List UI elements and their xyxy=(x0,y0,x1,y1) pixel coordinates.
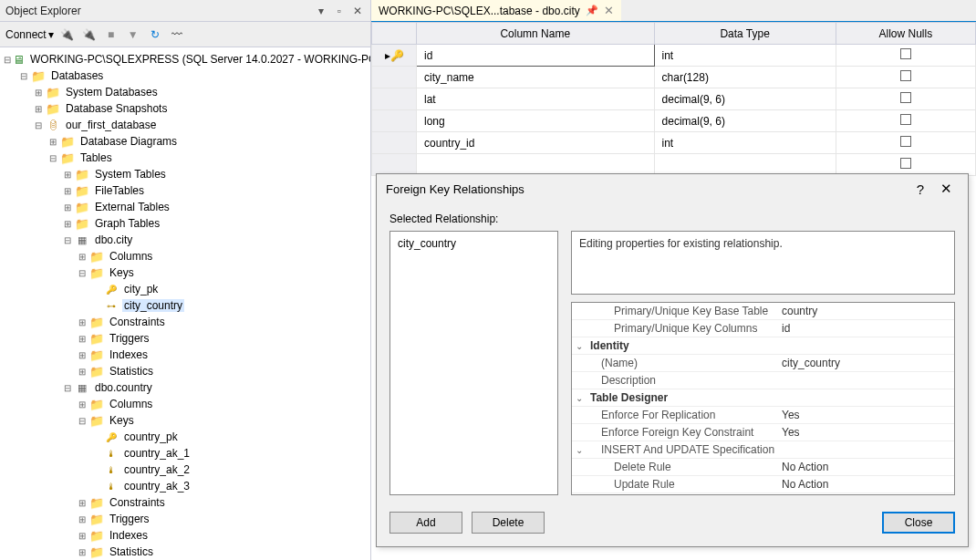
tree-diagrams[interactable]: ⊞📁Database Diagrams xyxy=(0,133,370,150)
filter2-icon[interactable]: 🔌 xyxy=(81,26,98,43)
tree-databases[interactable]: ⊟📁Databases xyxy=(0,67,370,84)
tree-city-columns[interactable]: ⊞📁Columns xyxy=(0,248,370,264)
add-button[interactable]: Add xyxy=(389,512,462,534)
checkbox[interactable] xyxy=(900,158,911,169)
prop-value[interactable]: city_country xyxy=(778,357,954,369)
tree-country-indexes[interactable]: ⊞📁Indexes xyxy=(0,527,370,544)
tree-label[interactable]: Constraints xyxy=(108,316,167,328)
tree-label[interactable]: country_pk xyxy=(122,430,180,443)
expander-icon[interactable]: ⊞ xyxy=(77,316,88,327)
prop-label[interactable]: INSERT And UPDATE Specification xyxy=(587,443,778,456)
stop-icon[interactable]: ■ xyxy=(103,26,119,43)
row-indicator[interactable] xyxy=(372,88,417,110)
tree-label[interactable]: Columns xyxy=(108,398,154,410)
expander-icon[interactable]: ⊞ xyxy=(33,103,44,114)
expander-icon[interactable]: ⊞ xyxy=(62,218,73,229)
prop-category[interactable]: Identity xyxy=(587,339,778,352)
close-dialog-icon[interactable]: ✕ xyxy=(933,181,959,197)
expander-icon[interactable]: ⊞ xyxy=(33,87,44,98)
tree-snapshots[interactable]: ⊞📁Database Snapshots xyxy=(0,100,370,117)
tree-label[interactable]: country_ak_3 xyxy=(122,480,192,493)
expander-icon[interactable]: ⊞ xyxy=(47,136,58,147)
tree-label[interactable]: WORKING-PC\SQLEXPRESS (SQL Server 14.0.2… xyxy=(28,53,370,66)
tree-label[interactable]: Tables xyxy=(78,151,114,164)
prop-value[interactable]: id xyxy=(778,322,954,335)
prop-value[interactable]: Yes xyxy=(778,426,954,439)
tab-dbocity[interactable]: WORKING-PC\SQLEX...tabase - dbo.city 📌 ✕ xyxy=(371,0,621,21)
column-name-cell[interactable]: country_id xyxy=(417,132,655,154)
tree-country-pk[interactable]: ·🔑country_pk xyxy=(0,429,370,445)
expander-icon[interactable]: ⊞ xyxy=(77,497,88,508)
expander-icon[interactable]: ⊟ xyxy=(62,234,73,245)
relationship-item[interactable]: city_country xyxy=(394,235,554,252)
expander-icon[interactable]: ⊞ xyxy=(77,546,88,557)
tree-label[interactable]: country_ak_2 xyxy=(122,463,192,476)
prop-value[interactable]: Yes xyxy=(778,409,954,421)
dropdown-icon[interactable]: ▾ xyxy=(314,4,328,18)
checkbox[interactable] xyxy=(900,70,911,81)
expander-icon[interactable]: ⊟ xyxy=(47,152,58,163)
tree-city-triggers[interactable]: ⊞📁Triggers xyxy=(0,330,370,347)
tree-dbocity[interactable]: ⊟▦dbo.city xyxy=(0,232,370,248)
column-name-cell[interactable]: city_name xyxy=(417,67,655,88)
allow-nulls-cell[interactable] xyxy=(836,45,975,67)
tree-filetables[interactable]: ⊞📁FileTables xyxy=(0,182,370,199)
table-row[interactable]: ▸🔑idint xyxy=(372,45,976,67)
expander-icon[interactable]: ⊞ xyxy=(62,185,73,196)
data-type-cell[interactable]: decimal(9, 6) xyxy=(654,88,836,110)
tree-country-keys[interactable]: ⊟📁Keys xyxy=(0,412,370,429)
allow-nulls-cell[interactable] xyxy=(836,67,975,88)
table-row-empty[interactable] xyxy=(372,154,976,176)
tree-label[interactable]: Keys xyxy=(108,414,136,427)
expander-icon[interactable]: ⊞ xyxy=(77,530,88,541)
close-icon[interactable]: ✕ xyxy=(350,4,365,18)
expander-icon[interactable]: ⊟ xyxy=(33,119,44,130)
filter3-icon[interactable]: ▼ xyxy=(125,26,141,43)
close-button[interactable]: Close xyxy=(882,512,955,534)
checkbox[interactable] xyxy=(900,114,911,125)
prop-value[interactable]: No Action xyxy=(778,478,954,491)
expander-icon[interactable]: ⊟ xyxy=(62,382,73,393)
dialog-titlebar[interactable]: Foreign Key Relationships ? ✕ xyxy=(377,174,968,203)
tree-label[interactable]: country_ak_1 xyxy=(122,447,192,460)
data-type-cell[interactable]: char(128) xyxy=(654,67,836,88)
row-indicator[interactable] xyxy=(372,67,417,88)
expander-icon[interactable]: ⊞ xyxy=(62,202,73,213)
tree-label[interactable]: Indexes xyxy=(108,348,150,361)
tree-systables[interactable]: ⊞📁System Tables xyxy=(0,166,370,182)
object-explorer-tree[interactable]: ⊟🖥WORKING-PC\SQLEXPRESS (SQL Server 14.0… xyxy=(0,47,370,560)
tree-label[interactable]: city_pk xyxy=(122,283,160,296)
expander-icon[interactable]: ⊟ xyxy=(77,267,88,278)
column-name-cell[interactable]: long xyxy=(417,110,655,132)
tree-label[interactable]: dbo.country xyxy=(93,381,154,394)
tree-label[interactable]: Statistics xyxy=(108,365,155,378)
expander-icon[interactable]: ⊞ xyxy=(77,399,88,410)
tree-label[interactable]: Constraints xyxy=(108,496,167,509)
tree-label[interactable]: Columns xyxy=(108,250,154,263)
tree-label[interactable]: Triggers xyxy=(108,332,151,345)
expander-icon[interactable]: ⌄ xyxy=(572,393,587,403)
expander-icon[interactable]: ⊞ xyxy=(77,251,88,262)
tree-country-ak3[interactable]: ·🌡country_ak_3 xyxy=(0,478,370,494)
delete-button[interactable]: Delete xyxy=(472,512,545,534)
tree-country-triggers[interactable]: ⊞📁Triggers xyxy=(0,511,370,527)
tree-exttables[interactable]: ⊞📁External Tables xyxy=(0,199,370,215)
tree-label[interactable]: Triggers xyxy=(108,513,151,525)
pin-icon[interactable]: ▫ xyxy=(332,4,347,18)
table-row[interactable]: latdecimal(9, 6) xyxy=(372,88,976,110)
table-row[interactable]: city_namechar(128) xyxy=(372,67,976,88)
tree-sysdb[interactable]: ⊞📁System Databases xyxy=(0,84,370,100)
prop-value[interactable]: country xyxy=(778,305,954,317)
expander-icon[interactable]: ⊞ xyxy=(77,366,88,377)
property-grid[interactable]: Primary/Unique Key Base Tablecountry Pri… xyxy=(571,302,955,495)
tree-server[interactable]: ⊟🖥WORKING-PC\SQLEXPRESS (SQL Server 14.0… xyxy=(0,51,370,67)
tree-label[interactable]: FileTables xyxy=(93,184,146,197)
connect-button[interactable]: Connect▾ xyxy=(5,28,54,41)
tree-label[interactable]: Indexes xyxy=(108,529,150,542)
help-button[interactable]: ? xyxy=(908,181,933,197)
tree-label[interactable]: System Tables xyxy=(93,168,168,181)
table-row[interactable]: longdecimal(9, 6) xyxy=(372,110,976,132)
column-name-cell[interactable]: id xyxy=(417,45,655,67)
tree-label[interactable]: Database Diagrams xyxy=(78,135,179,148)
tree-label[interactable]: External Tables xyxy=(93,201,171,213)
